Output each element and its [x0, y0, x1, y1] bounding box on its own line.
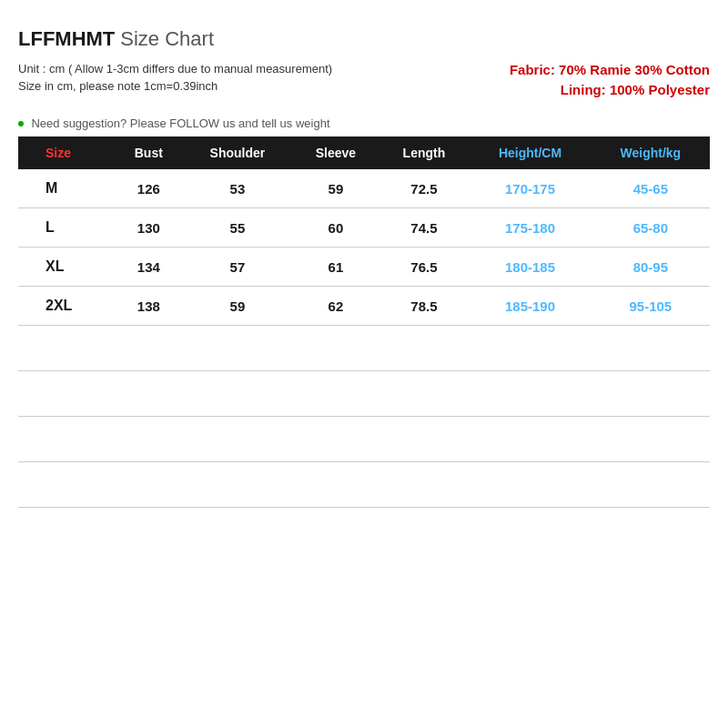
td-length: 74.5: [379, 208, 470, 248]
left-info: Unit : cm ( Allow 1-3cm differs due to m…: [18, 62, 455, 106]
th-size: Size: [18, 136, 115, 169]
td-length: 76.5: [379, 248, 470, 287]
td-weight: 95-105: [592, 287, 710, 326]
size-table: Size Bust Shoulder Sleeve Length Height/…: [18, 136, 710, 508]
table-row: M 126 53 59 72.5 170-175 45-65: [18, 169, 710, 208]
empty-row: [18, 371, 710, 417]
td-sleeve: 59: [292, 169, 379, 208]
table-body: M 126 53 59 72.5 170-175 45-65 L 130 55 …: [18, 169, 710, 508]
td-height: 170-175: [469, 169, 591, 208]
th-sleeve: Sleeve: [292, 136, 379, 169]
suggestion-row: Need suggestion? Please FOLLOW us and te…: [18, 115, 710, 131]
td-size: XL: [18, 248, 115, 287]
td-bust: 134: [115, 248, 182, 287]
td-sleeve: 61: [292, 248, 379, 287]
unit-note: Unit : cm ( Allow 1-3cm differs due to m…: [18, 62, 455, 76]
td-sleeve: 62: [292, 287, 379, 326]
lining-text: Lining: 100% Polyester: [561, 82, 710, 97]
th-weight: Weight/kg: [592, 136, 710, 169]
page-wrapper: LFFMHMT Size Chart Unit : cm ( Allow 1-3…: [0, 0, 728, 728]
td-weight: 45-65: [592, 169, 710, 208]
brand-name: LFFMHMT: [18, 27, 115, 51]
table-row: XL 134 57 61 76.5 180-185 80-95: [18, 248, 710, 287]
suggestion-text: Need suggestion? Please FOLLOW us and te…: [31, 116, 329, 130]
td-height: 180-185: [469, 248, 591, 287]
td-bust: 130: [115, 208, 182, 248]
td-sleeve: 60: [292, 208, 379, 248]
cm-note: Size in cm, please note 1cm=0.39inch: [18, 79, 455, 93]
td-shoulder: 53: [182, 169, 292, 208]
th-shoulder: Shoulder: [182, 136, 292, 169]
right-info: Fabric: 70% Ramie 30% Cotton Lining: 100…: [455, 62, 710, 102]
empty-row: [18, 326, 710, 371]
td-size: 2XL: [18, 287, 115, 326]
table-row: L 130 55 60 74.5 175-180 65-80: [18, 208, 710, 248]
td-shoulder: 55: [182, 208, 292, 248]
td-shoulder: 59: [182, 287, 292, 326]
th-height: Height/CM: [469, 136, 591, 169]
th-bust: Bust: [115, 136, 182, 169]
td-weight: 65-80: [592, 208, 710, 248]
td-weight: 80-95: [592, 248, 710, 287]
td-bust: 126: [115, 169, 182, 208]
td-bust: 138: [115, 287, 182, 326]
fabric-text: Fabric: 70% Ramie 30% Cotton: [510, 62, 710, 77]
header-row: Size Bust Shoulder Sleeve Length Height/…: [18, 136, 710, 169]
td-length: 72.5: [379, 169, 470, 208]
th-length: Length: [379, 136, 470, 169]
empty-row: [18, 417, 710, 462]
td-shoulder: 57: [182, 248, 292, 287]
table-row: 2XL 138 59 62 78.5 185-190 95-105: [18, 287, 710, 326]
size-chart-label: Size Chart: [120, 27, 214, 51]
empty-row: [18, 462, 710, 508]
td-length: 78.5: [379, 287, 470, 326]
info-block: Unit : cm ( Allow 1-3cm differs due to m…: [18, 62, 710, 106]
td-height: 185-190: [469, 287, 591, 326]
td-height: 175-180: [469, 208, 591, 248]
td-size: L: [18, 208, 115, 248]
title-row: LFFMHMT Size Chart: [18, 27, 710, 51]
table-header: Size Bust Shoulder Sleeve Length Height/…: [18, 136, 710, 169]
green-dot-icon: [18, 121, 24, 126]
td-size: M: [18, 169, 115, 208]
